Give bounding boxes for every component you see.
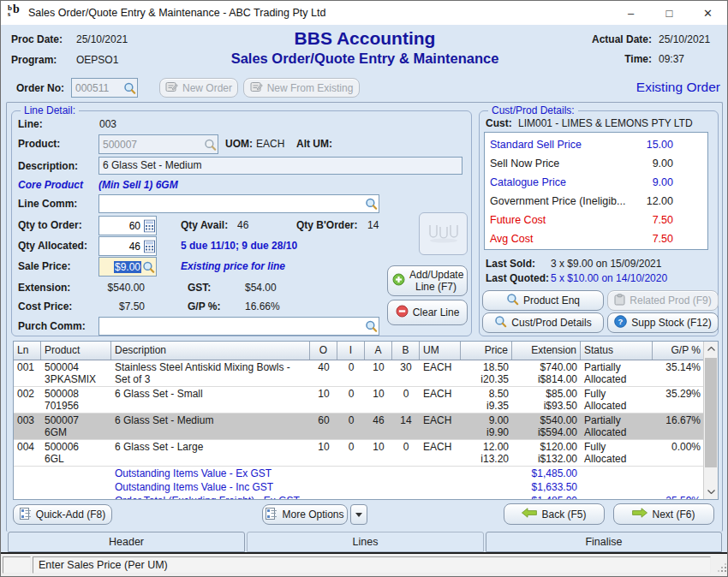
gp-value: 16.66% xyxy=(245,300,280,312)
search-icon xyxy=(494,315,507,330)
tab-finalise[interactable]: Finalise xyxy=(486,532,722,552)
list-item[interactable]: Standard Sell Price15.00 xyxy=(485,135,707,154)
program-value: OEPSO1 xyxy=(76,54,118,66)
totals-row: Outstanding Items Value - Inc GST $1,633… xyxy=(14,480,703,494)
sale-price-input[interactable]: $9.00 xyxy=(98,257,157,277)
doc-edit-icon xyxy=(165,81,178,95)
line-comm-label: Line Comm: xyxy=(18,198,77,210)
line-comm-field xyxy=(98,194,379,213)
close-button[interactable]: ✕ xyxy=(689,1,727,25)
table-row[interactable]: 001 5000043PKASMIX Stainless Steel Antis… xyxy=(14,360,703,387)
col-i: I xyxy=(337,342,365,360)
product-enq-button[interactable]: Product Enq xyxy=(482,290,604,311)
program-label: Program: xyxy=(11,54,57,66)
supp-stock-button[interactable]: ? Supp Stock (F12) xyxy=(607,312,719,333)
uom-value: EACH xyxy=(256,138,284,150)
product-image-button[interactable] xyxy=(419,212,468,255)
status-message: Enter Sales Price (Per UM) xyxy=(33,556,711,574)
quick-add-button[interactable]: Quick-Add (F8) xyxy=(13,504,112,525)
search-icon[interactable] xyxy=(365,198,378,211)
search-icon[interactable] xyxy=(204,138,217,151)
calculator-icon[interactable] xyxy=(144,240,155,253)
table-scrollbar[interactable] xyxy=(703,342,718,499)
back-button[interactable]: Back (F5) xyxy=(504,503,605,525)
extension-label: Extension: xyxy=(18,282,70,294)
col-product: Product xyxy=(41,342,111,360)
description-input[interactable]: 6 Glass Set - Medium xyxy=(98,157,462,175)
add-update-line-label: Add/Update Line (F7) xyxy=(409,269,462,293)
table-row[interactable]: 002 500008701956 6 Glass Set - Small 10 … xyxy=(14,387,703,413)
related-prod-button[interactable]: Related Prod (F9) xyxy=(607,290,719,311)
totals-row: Outstanding Items Value - Ex GST $1,485.… xyxy=(14,467,703,480)
order-no-label: Order No: xyxy=(16,82,64,94)
quick-add-label: Quick-Add (F8) xyxy=(36,509,105,520)
totals-row: Order Total (Excluding Freight) - Ex GST… xyxy=(14,494,703,500)
search-icon[interactable] xyxy=(142,260,155,273)
scroll-down-arrow[interactable] xyxy=(704,485,718,499)
arrow-left-icon xyxy=(522,508,537,520)
resize-grip[interactable] xyxy=(718,563,726,572)
list-item[interactable]: Future Cost7.50 xyxy=(485,211,707,229)
core-product-note: Core Product xyxy=(18,179,83,191)
tab-header[interactable]: Header xyxy=(8,532,245,552)
purch-comm-label: Purch Comm: xyxy=(18,320,86,332)
product-enq-label: Product Enq xyxy=(523,294,580,306)
maximize-button[interactable]: □ xyxy=(650,1,689,25)
table-row-selected[interactable]: 003 5000076GM 6 Glass Set - Medium 60 0 … xyxy=(14,413,703,440)
col-b: B xyxy=(392,342,420,360)
product-input[interactable] xyxy=(98,134,218,154)
qty-to-order-label: Qty to Order: xyxy=(18,219,82,231)
next-button[interactable]: Next (F6) xyxy=(613,503,714,525)
new-from-existing-button[interactable]: New From Existing xyxy=(243,78,360,98)
price-listbox[interactable]: Standard Sell Price15.00 Sell Now Price9… xyxy=(484,132,708,250)
search-icon[interactable] xyxy=(365,320,378,333)
last-sold-label: Last Sold: xyxy=(486,258,535,270)
list-item[interactable]: Sell Now Price9.00 xyxy=(485,154,707,173)
line-label: Line: xyxy=(18,118,43,130)
sale-price-label: Sale Price: xyxy=(18,260,70,272)
plus-icon xyxy=(392,273,405,288)
gst-label: GST: xyxy=(188,282,211,294)
actual-date-label: Actual Date: xyxy=(566,33,652,45)
checklist-icon xyxy=(266,508,277,522)
table-row[interactable]: 004 5000066GL 6 Glass Set - Large 10 0 1… xyxy=(14,440,703,467)
list-item[interactable]: Government Price (Ineligib...12.00 xyxy=(485,192,707,211)
minus-icon xyxy=(396,305,409,320)
order-mode-text: Existing Order xyxy=(600,80,720,95)
minimize-button[interactable]: – xyxy=(612,1,650,25)
clear-line-button[interactable]: Clear Line xyxy=(387,300,468,325)
qty-avail-value: 46 xyxy=(237,219,248,231)
col-ln: Ln xyxy=(14,342,41,360)
last-quoted-value: 5 x $10.00 on 14/10/2020 xyxy=(551,272,667,284)
gst-value: $54.00 xyxy=(245,282,277,294)
price-note: Existing price for line xyxy=(181,260,285,272)
more-options-button[interactable]: More Options xyxy=(262,504,348,525)
scroll-up-arrow[interactable] xyxy=(704,342,718,356)
tab-lines[interactable]: Lines xyxy=(247,532,484,552)
gp-label: G/P %: xyxy=(188,300,220,312)
search-icon xyxy=(506,293,519,308)
proc-date-label: Proc Date: xyxy=(11,33,63,45)
status-bar: Enter Sales Price (Per UM) xyxy=(1,554,728,577)
line-comm-input[interactable] xyxy=(98,194,379,213)
more-options-dropdown-button[interactable] xyxy=(350,504,367,525)
search-icon[interactable] xyxy=(123,81,136,94)
purch-comm-input[interactable] xyxy=(98,317,379,336)
new-order-button[interactable]: New Order xyxy=(159,78,238,98)
cust-prod-details-button[interactable]: Cust/Prod Details xyxy=(482,312,604,333)
last-sold-value: 3 x $9.00 on 15/09/2021 xyxy=(551,258,661,270)
title-bar[interactable]: bsb Sales Order/Quote Entry & Maintenanc… xyxy=(1,1,727,25)
cost-price-label: Cost Price: xyxy=(18,300,72,312)
add-update-line-button[interactable]: Add/Update Line (F7) xyxy=(387,265,468,296)
qty-border-label: Qty B'Order: xyxy=(296,219,358,231)
supp-stock-label: Supp Stock (F12) xyxy=(631,317,711,329)
scroll-thumb[interactable] xyxy=(705,358,717,467)
calculator-icon[interactable] xyxy=(144,219,155,232)
col-gp: G/P % xyxy=(653,342,704,360)
app-icon: bsb xyxy=(8,5,23,21)
col-a: A xyxy=(365,342,392,360)
list-item[interactable]: Avg Cost7.50 xyxy=(485,229,707,248)
list-item[interactable]: Catalogue Price9.00 xyxy=(485,173,707,192)
more-options-label: More Options xyxy=(282,509,343,520)
min-sell-note: (Min Sell 1) 6GM xyxy=(98,179,178,191)
